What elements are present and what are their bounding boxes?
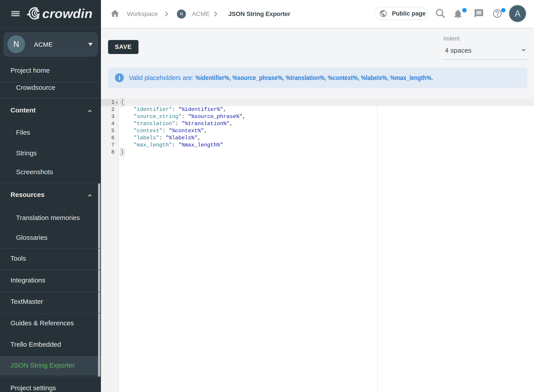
svg-text:crowdin: crowdin bbox=[42, 7, 93, 20]
